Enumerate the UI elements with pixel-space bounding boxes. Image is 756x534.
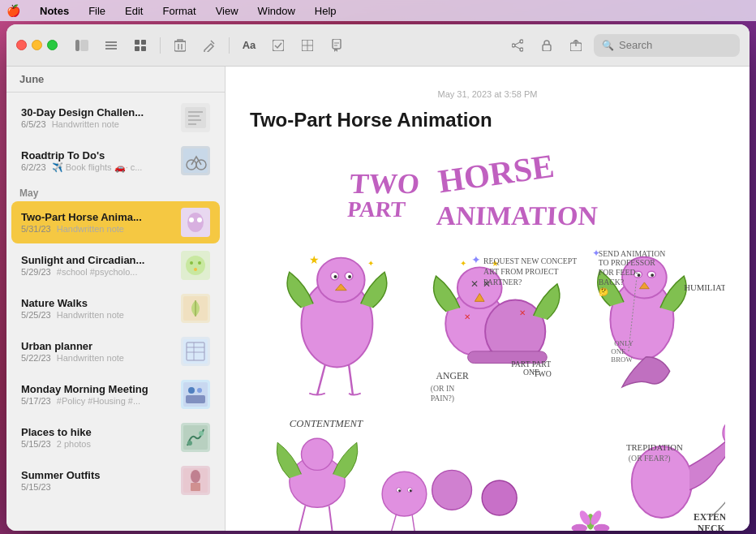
svg-rect-1	[80, 40, 88, 51]
note-thumbnail	[181, 337, 210, 366]
svg-text:FOR FEED-: FOR FEED-	[599, 268, 638, 277]
search-bar: 🔍	[594, 34, 740, 57]
svg-line-13	[211, 41, 214, 44]
note-thumbnail	[181, 423, 210, 452]
svg-rect-59	[191, 483, 200, 491]
svg-point-40	[190, 261, 193, 265]
june-header: June	[6, 67, 225, 93]
menubar: 🍎 Notes File Edit Format View Window Hel…	[0, 0, 756, 21]
list-item[interactable]: Sunlight and Circadian... 5/29/23 #schoo…	[11, 244, 220, 286]
svg-text:NECK: NECK	[698, 523, 725, 531]
svg-rect-53	[186, 395, 205, 403]
menu-help[interactable]: Help	[311, 3, 340, 19]
checklist-button[interactable]	[267, 34, 290, 57]
note-meta: 5/17/23 #Policy #Housing #...	[21, 396, 174, 406]
sidebar-toggle-button[interactable]	[71, 34, 93, 57]
svg-text:TWO: TWO	[534, 369, 552, 378]
note-title: Sunlight and Circadian...	[21, 254, 174, 266]
note-thumbnail	[181, 251, 210, 280]
close-button[interactable]	[16, 40, 27, 50]
notes-list: 30-Day Design Challen... 6/5/23 Handwrit…	[6, 93, 225, 531]
svg-point-113	[398, 489, 401, 492]
svg-point-98	[651, 273, 654, 277]
svg-point-36	[187, 213, 204, 232]
list-item[interactable]: Two-Part Horse Anima... 5/31/23 Handwrit…	[11, 201, 220, 243]
svg-rect-6	[141, 40, 146, 45]
note-info: Two-Part Horse Anima... 5/31/23 Handwrit…	[21, 211, 174, 234]
note-meta: 5/29/23 #school #psycholo...	[21, 267, 174, 277]
menu-file[interactable]: File	[85, 3, 109, 19]
list-item[interactable]: Monday Morning Meeting 5/17/23 #Policy #…	[11, 373, 220, 416]
new-note-button[interactable]	[198, 34, 221, 57]
note-title-large: Two-Part Horse Animation	[250, 109, 725, 131]
table-button[interactable]	[296, 34, 319, 57]
svg-rect-9	[174, 41, 186, 51]
svg-rect-18	[333, 39, 341, 49]
apple-menu[interactable]: 🍎	[6, 4, 20, 17]
note-meta: 6/5/23 Handwritten note	[21, 119, 174, 129]
svg-text:SEND ANIMATION: SEND ANIMATION	[599, 249, 666, 258]
note-title: Monday Morning Meeting	[21, 383, 174, 395]
svg-text:✦: ✦	[592, 248, 600, 258]
export-button[interactable]	[565, 34, 587, 57]
delete-button[interactable]	[169, 34, 191, 57]
svg-point-39	[186, 256, 205, 275]
menu-notes[interactable]: Notes	[37, 3, 72, 19]
note-info: Monday Morning Meeting 5/17/23 #Policy #…	[21, 383, 174, 406]
svg-text:✦: ✦	[460, 259, 466, 268]
svg-text:TREPIDATION: TREPIDATION	[626, 442, 683, 452]
menu-view[interactable]: View	[213, 3, 242, 19]
share-button[interactable]	[506, 34, 529, 57]
search-input[interactable]	[619, 39, 732, 51]
svg-rect-26	[543, 45, 551, 51]
may-header: May	[6, 183, 225, 200]
note-thumbnail	[181, 103, 210, 132]
note-meta: 6/2/23 ✈️ Book flights 🚗· c...	[21, 162, 174, 173]
list-item[interactable]: Summer Outfits 5/15/23	[11, 459, 220, 502]
grid-view-button[interactable]	[129, 34, 152, 57]
svg-point-23	[512, 44, 515, 47]
sidebar: June 30-Day Design Challen... 6/5/23 Han…	[6, 67, 226, 531]
svg-text:PART: PART	[532, 360, 551, 368]
svg-text:✦: ✦	[367, 259, 374, 268]
note-thumbnail	[181, 294, 210, 323]
attachment-button[interactable]	[325, 34, 348, 57]
lock-button[interactable]	[535, 34, 558, 57]
note-meta: 5/25/23 Handwritten note	[21, 310, 174, 320]
list-item[interactable]: Places to hike 5/15/23 2 photos	[11, 416, 220, 459]
list-item[interactable]: Roadtrip To Do's 6/2/23 ✈️ Book flights …	[11, 140, 220, 182]
note-content: May 31, 2023 at 3:58 PM Two-Part Horse A…	[226, 67, 750, 531]
svg-point-108	[382, 472, 427, 516]
svg-point-21	[520, 40, 523, 43]
menu-window[interactable]: Window	[255, 3, 299, 19]
list-item[interactable]: Urban planner 5/22/23 Handwritten note	[11, 330, 220, 373]
svg-text:TO PROFESSOR: TO PROFESSOR	[599, 258, 655, 267]
svg-text:REQUEST NEW CONCEPT: REQUEST NEW CONCEPT	[483, 256, 577, 265]
svg-rect-14	[273, 40, 284, 51]
svg-point-37	[189, 217, 194, 222]
svg-text:✕: ✕	[464, 312, 470, 321]
svg-point-105	[301, 438, 333, 470]
note-title: Nature Walks	[21, 297, 174, 309]
svg-text:✕: ✕	[519, 308, 526, 317]
menu-format[interactable]: Format	[159, 3, 199, 19]
svg-text:ONE: ONE	[611, 347, 625, 355]
svg-text:PAIN?): PAIN?)	[431, 394, 454, 403]
list-item[interactable]: 30-Day Design Challen... 6/5/23 Handwrit…	[11, 97, 220, 139]
svg-text:PART: PART	[346, 197, 406, 222]
minimize-button[interactable]	[32, 40, 42, 50]
format-button[interactable]: Aa	[238, 34, 260, 57]
svg-point-58	[191, 470, 200, 483]
svg-text:✕: ✕	[470, 278, 479, 289]
separator-1	[160, 37, 161, 54]
note-info: Summer Outfits 5/15/23	[21, 469, 174, 492]
menu-edit[interactable]: Edit	[122, 3, 146, 19]
svg-text:ANGER: ANGER	[436, 371, 470, 381]
svg-text:BACK?: BACK?	[599, 278, 624, 286]
note-info: Sunlight and Circadian... 5/29/23 #schoo…	[21, 254, 174, 277]
svg-text:ONLY: ONLY	[614, 339, 634, 347]
fullscreen-button[interactable]	[47, 40, 58, 50]
svg-point-52	[197, 388, 202, 393]
list-view-button[interactable]	[100, 34, 122, 57]
list-item[interactable]: Nature Walks 5/25/23 Handwritten note	[11, 287, 220, 329]
